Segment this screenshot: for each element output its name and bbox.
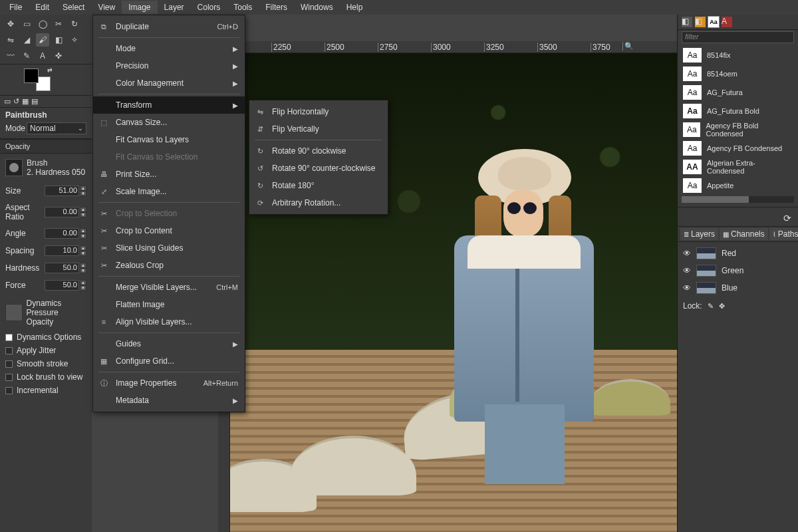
spin-up-icon[interactable]: ▲ [80, 263, 86, 268]
menu-item[interactable]: ⤢Scale Image... [93, 183, 245, 200]
spin-up-icon[interactable]: ▲ [80, 228, 86, 233]
font-filter-input[interactable]: filter [682, 31, 794, 43]
menu-item[interactable]: ⬚Canvas Size... [93, 114, 245, 131]
menu-item[interactable]: Fit Canvas to Layers [93, 131, 245, 148]
path-tool[interactable]: ✎ [20, 49, 33, 63]
menu-item[interactable]: ✂Zealous Crop [93, 257, 245, 274]
lock-pixels-icon[interactable]: ✎ [708, 302, 714, 311]
clone-tool[interactable]: ✧ [68, 33, 81, 47]
option-value[interactable]: 0.00 [45, 207, 79, 217]
spin-up-icon[interactable]: ▲ [80, 207, 86, 212]
paintbrush-tool[interactable]: 🖌 [36, 33, 49, 47]
dynamics-options-row[interactable]: Dynamics Options [0, 331, 92, 344]
spin-down-icon[interactable]: ▼ [80, 191, 86, 196]
font-row[interactable]: AaAppetite [678, 176, 798, 195]
tab-icon[interactable]: ▤ [31, 97, 38, 106]
menu-item[interactable]: ⓘImage PropertiesAlt+Return [93, 374, 245, 392]
spin-up-icon[interactable]: ▲ [80, 186, 86, 191]
menu-item[interactable]: 🖶Print Size... [93, 166, 245, 183]
menu-view[interactable]: View [91, 1, 122, 14]
menu-item[interactable]: Precision▶ [93, 57, 245, 74]
menu-edit[interactable]: Edit [29, 1, 56, 14]
menu-colors[interactable]: Colors [191, 1, 227, 14]
menu-item[interactable]: Mode▶ [93, 40, 245, 57]
option-checkbox[interactable]: Incremental [0, 384, 92, 397]
option-value[interactable]: 50.0 [45, 263, 79, 273]
crop-tool[interactable]: ✂ [52, 17, 65, 31]
spin-down-icon[interactable]: ▼ [80, 233, 86, 239]
menu-select[interactable]: Select [56, 1, 91, 14]
mode-dropdown[interactable]: Normal ⌄ [27, 122, 86, 134]
menu-item[interactable]: ⧉DuplicateCtrl+D [93, 18, 245, 35]
font-scrollbar[interactable] [682, 196, 794, 203]
tab-icon[interactable]: ↺ [13, 97, 19, 106]
menu-item[interactable]: Transform▶ [93, 96, 245, 114]
menu-item[interactable]: ↺Rotate 90° counter-clockwise [249, 160, 388, 177]
rect-select-tool[interactable]: ▭ [20, 17, 33, 31]
option-value[interactable]: 0.00 [45, 228, 79, 239]
fonts-tab[interactable]: Aa [708, 17, 719, 27]
option-checkbox[interactable]: Apply Jitter [0, 344, 92, 357]
menu-help[interactable]: Help [340, 1, 370, 14]
menu-image[interactable]: Image [122, 1, 157, 14]
menu-item[interactable]: ▦Configure Grid... [93, 352, 245, 370]
visibility-icon[interactable]: 👁 [683, 249, 691, 258]
dock-tab[interactable]: ≣Layers [680, 228, 718, 240]
menu-windows[interactable]: Windows [294, 1, 340, 14]
menu-layer[interactable]: Layer [158, 1, 191, 14]
dock-tab[interactable]: ▦Channels [720, 228, 768, 240]
spin-up-icon[interactable]: ▲ [80, 280, 86, 285]
visibility-icon[interactable]: 👁 [683, 266, 691, 275]
menu-item[interactable]: ≡Align Visible Layers... [93, 313, 245, 331]
brush-preview[interactable] [5, 159, 23, 176]
menu-item[interactable]: ✂Slice Using Guides [93, 239, 245, 257]
menu-tools[interactable]: Tools [227, 1, 259, 14]
flip-tool[interactable]: ⇋ [4, 33, 17, 47]
lasso-tool[interactable]: ◯ [36, 17, 49, 31]
spin-down-icon[interactable]: ▼ [80, 251, 86, 256]
tab-icon[interactable]: ◧ [682, 17, 692, 27]
menu-item[interactable]: ↻Rotate 90° clockwise [249, 142, 388, 160]
menu-item[interactable]: Merge Visible Layers...Ctrl+M [93, 279, 245, 296]
menu-item[interactable]: ⇵Flip Vertically [249, 120, 388, 138]
tab-icon[interactable]: ▦ [22, 97, 29, 106]
foreground-color[interactable] [24, 68, 39, 83]
color-swatch[interactable]: ⇄ [24, 68, 51, 91]
lock-position-icon[interactable]: ✥ [719, 302, 725, 311]
smudge-tool[interactable]: 〰 [4, 49, 17, 63]
tab-icon[interactable]: A [722, 17, 732, 27]
tab-icon[interactable]: ▭ [4, 97, 11, 106]
menu-filters[interactable]: Filters [259, 1, 294, 14]
spin-down-icon[interactable]: ▼ [80, 212, 86, 217]
bucket-tool[interactable]: ◢ [20, 33, 33, 47]
menu-item[interactable]: Guides▶ [93, 335, 245, 352]
option-checkbox[interactable]: Smooth stroke [0, 357, 92, 370]
font-row[interactable]: Aa8514fix [678, 46, 798, 65]
visibility-icon[interactable]: 👁 [683, 283, 691, 293]
menu-file[interactable]: File [3, 1, 29, 14]
menu-item[interactable]: ↻Rotate 180° [249, 177, 388, 194]
font-row[interactable]: Aa8514oem [678, 65, 798, 83]
option-checkbox[interactable]: Lock brush to view [0, 370, 92, 384]
channel-row[interactable]: 👁Green [678, 262, 798, 279]
dynamics-chip[interactable] [5, 304, 23, 321]
spin-down-icon[interactable]: ▼ [80, 268, 86, 273]
option-value[interactable]: 50.0 [45, 280, 79, 291]
font-row[interactable]: AaAgency FB Bold Condensed [678, 120, 798, 139]
option-value[interactable]: 10.0 [45, 245, 79, 256]
tab-icon[interactable]: ◧ [695, 17, 706, 27]
spin-down-icon[interactable]: ▼ [80, 285, 86, 291]
zoom-icon[interactable]: 🔍 [622, 42, 676, 51]
font-row[interactable]: AaAgency FB Condensed [678, 139, 798, 158]
menu-item[interactable]: Metadata▶ [93, 392, 245, 409]
menu-item[interactable]: ⟳Arbitrary Rotation... [249, 194, 388, 211]
font-row[interactable]: AaAG_Futura Bold [678, 102, 798, 120]
text-tool[interactable]: A [36, 49, 49, 63]
channel-row[interactable]: 👁Red [678, 245, 798, 262]
channel-row[interactable]: 👁Blue [678, 279, 798, 297]
font-row[interactable]: AAAlgerian Extra-Condensed [678, 158, 798, 176]
spin-up-icon[interactable]: ▲ [80, 245, 86, 251]
dock-tab[interactable]: ⌇Paths [769, 228, 798, 240]
menu-item[interactable]: Flatten Image [93, 296, 245, 313]
menu-item[interactable]: Color Management▶ [93, 74, 245, 92]
